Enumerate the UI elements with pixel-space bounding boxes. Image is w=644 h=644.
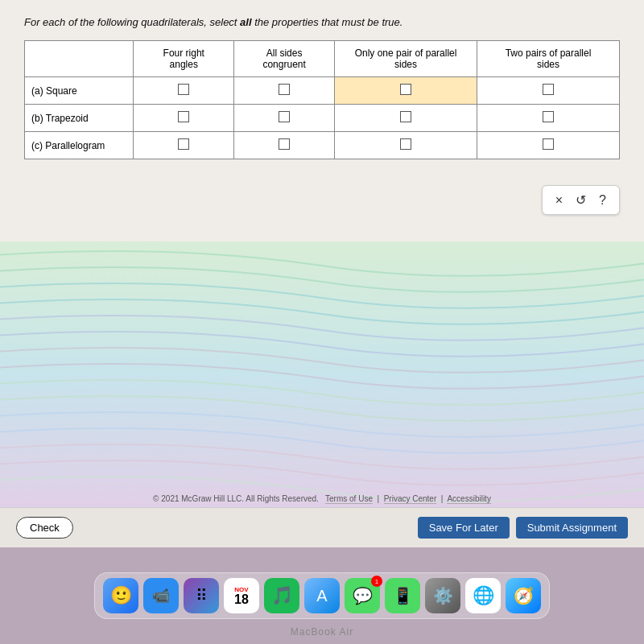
launchpad-icon: ⠿	[196, 586, 208, 605]
question-prefix: For each of the following quadrilaterals…	[24, 16, 240, 28]
checkbox-trapezoid-all-sides[interactable]	[279, 111, 290, 122]
cell-square-four-right[interactable]	[134, 77, 234, 105]
table-row: (c) Parallelogram	[25, 132, 620, 159]
cell-parallelogram-two-pairs[interactable]	[477, 132, 620, 159]
bottom-bar: Check Save For Later Submit Assignment	[0, 507, 644, 547]
dock-item-appstore[interactable]: A	[304, 578, 340, 613]
cell-square-all-sides[interactable]	[234, 77, 335, 105]
table-row: (b) Trapezoid	[25, 105, 620, 132]
close-button[interactable]: ×	[552, 191, 566, 209]
checkbox-square-one-pair[interactable]	[400, 84, 411, 95]
facetime-icon: 📱	[393, 586, 413, 605]
spotify-icon: 🎵	[271, 585, 293, 606]
checkbox-parallelogram-all-sides[interactable]	[279, 138, 290, 150]
cell-trapezoid-all-sides[interactable]	[234, 105, 335, 132]
row-label-square: (a) Square	[25, 77, 134, 105]
checkbox-parallelogram-one-pair[interactable]	[400, 138, 411, 150]
checkbox-square-two-pairs[interactable]	[543, 84, 554, 95]
dock-item-finder[interactable]: 🙂	[103, 578, 138, 613]
dock-area: 🙂 📹 ⠿ NOV 18 🎵 A 💬 1 📱	[0, 547, 644, 644]
action-buttons-panel: × ↺ ?	[542, 185, 620, 215]
dock-item-messages[interactable]: 💬 1	[345, 578, 380, 613]
zoom-icon: 📹	[152, 587, 170, 605]
wavy-background	[0, 242, 644, 507]
col-header-shape	[25, 41, 134, 77]
chrome-icon: 🌐	[473, 585, 494, 606]
dock-item-calendar[interactable]: NOV 18	[224, 578, 259, 613]
accessibility-link[interactable]: Accessibility	[447, 494, 490, 504]
question-text: For each of the following quadrilaterals…	[24, 16, 620, 28]
col-header-two-pairs: Two pairs of parallelsides	[477, 41, 620, 77]
macbook-label: MacBook Air	[291, 626, 353, 638]
check-button[interactable]: Check	[16, 517, 73, 539]
col-header-four-right: Four rightangles	[134, 41, 234, 77]
dock-item-zoom[interactable]: 📹	[143, 578, 179, 613]
col-header-one-pair: Only one pair of parallelsides	[335, 41, 477, 77]
calendar-day: 18	[234, 593, 249, 606]
checkbox-parallelogram-four-right[interactable]	[178, 138, 189, 150]
messages-icon: 💬	[353, 586, 373, 605]
submit-assignment-button[interactable]: Submit Assignment	[516, 517, 628, 539]
checkbox-trapezoid-one-pair[interactable]	[400, 111, 411, 122]
cell-trapezoid-one-pair[interactable]	[335, 105, 477, 132]
dock-item-spotify[interactable]: 🎵	[264, 578, 299, 613]
dock: 🙂 📹 ⠿ NOV 18 🎵 A 💬 1 📱	[94, 572, 550, 619]
question-emphasis: all	[240, 16, 251, 28]
copyright-text: © 2021 McGraw Hill LLC. All Rights Reser…	[153, 494, 319, 503]
cell-trapezoid-four-right[interactable]	[134, 105, 234, 132]
cell-trapezoid-two-pairs[interactable]	[477, 105, 620, 132]
checkbox-trapezoid-two-pairs[interactable]	[543, 111, 554, 122]
row-label-parallelogram: (c) Parallelogram	[25, 132, 134, 159]
settings-icon: ⚙️	[433, 586, 453, 605]
messages-badge: 1	[371, 576, 382, 587]
help-button[interactable]: ?	[596, 191, 609, 209]
cell-square-two-pairs[interactable]	[477, 77, 620, 105]
dock-item-safari[interactable]: 🧭	[506, 578, 541, 613]
right-buttons: Save For Later Submit Assignment	[418, 517, 628, 539]
properties-table: Four rightangles All sidescongruent Only…	[24, 40, 620, 159]
copyright-bar: © 2021 McGraw Hill LLC. All Rights Reser…	[0, 492, 644, 506]
cell-parallelogram-all-sides[interactable]	[234, 132, 335, 159]
privacy-link[interactable]: Privacy Center	[384, 494, 437, 504]
save-for-later-button[interactable]: Save For Later	[418, 517, 510, 539]
dock-item-launchpad[interactable]: ⠿	[184, 578, 219, 613]
checkbox-parallelogram-two-pairs[interactable]	[543, 138, 554, 150]
appstore-icon: A	[316, 587, 327, 605]
table-row: (a) Square	[25, 77, 620, 105]
cell-parallelogram-one-pair[interactable]	[335, 132, 477, 159]
content-area: For each of the following quadrilaterals…	[0, 0, 644, 167]
finder-icon: 🙂	[110, 585, 132, 606]
dock-item-system-preferences[interactable]: ⚙️	[425, 578, 460, 613]
screen-area: For each of the following quadrilaterals…	[0, 0, 644, 547]
row-label-trapezoid: (b) Trapezoid	[25, 105, 134, 132]
question-suffix: the properties that must be true.	[252, 16, 403, 28]
safari-icon: 🧭	[514, 586, 534, 605]
dock-item-chrome[interactable]: 🌐	[465, 578, 501, 613]
undo-button[interactable]: ↺	[572, 191, 589, 209]
checkbox-square-all-sides[interactable]	[279, 84, 290, 95]
checkbox-square-four-right[interactable]	[178, 84, 189, 95]
checkbox-trapezoid-four-right[interactable]	[178, 111, 189, 122]
terms-link[interactable]: Terms of Use	[325, 494, 373, 504]
cell-square-one-pair[interactable]	[335, 77, 477, 105]
col-header-all-sides: All sidescongruent	[234, 41, 335, 77]
cell-parallelogram-four-right[interactable]	[134, 132, 234, 159]
dock-item-facetime[interactable]: 📱	[385, 578, 420, 613]
